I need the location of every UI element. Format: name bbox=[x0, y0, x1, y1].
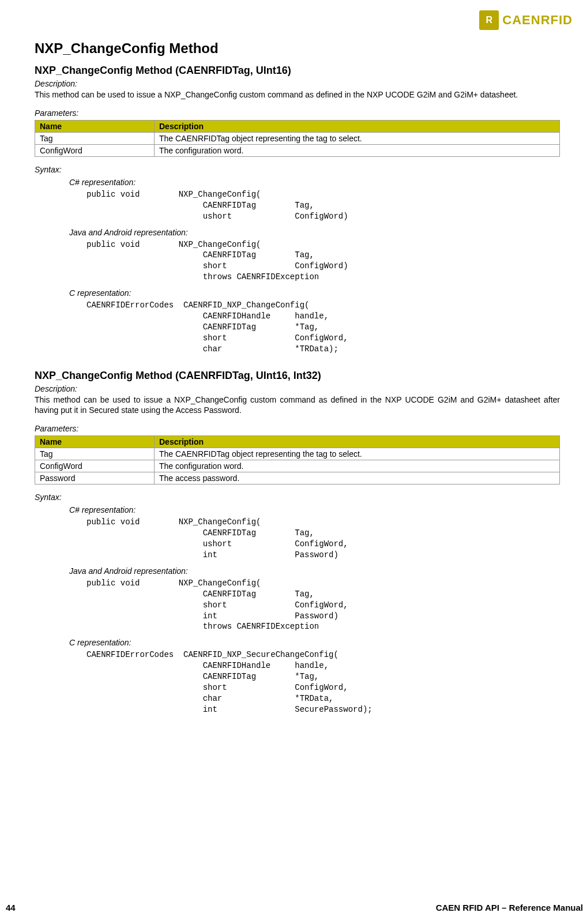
page-footer: 44 CAEN RFID API – Reference Manual bbox=[0, 903, 583, 912]
table-header-row: Name Description bbox=[35, 436, 560, 448]
code-block: CAENRFIDErrorCodes CAENRFID_NXP_SecureCh… bbox=[86, 649, 560, 715]
code-block: public void NXP_ChangeConfig( CAENRFIDTa… bbox=[86, 189, 560, 222]
col-header-name: Name bbox=[35, 436, 155, 448]
col-header-desc: Description bbox=[155, 120, 560, 132]
param-desc: The CAENRFIDTag object representing the … bbox=[155, 448, 560, 460]
table-row: ConfigWord The configuration word. bbox=[35, 460, 560, 472]
table-row: Tag The CAENRFIDTag object representing … bbox=[35, 448, 560, 460]
code-block: public void NXP_ChangeConfig( CAENRFIDTa… bbox=[86, 517, 560, 561]
representation-label: C representation: bbox=[69, 638, 560, 647]
param-desc: The CAENRFIDTag object representing the … bbox=[155, 132, 560, 144]
brand-logo: R CAENRFID bbox=[479, 10, 573, 30]
param-desc: The configuration word. bbox=[155, 460, 560, 472]
representation-label: C representation: bbox=[69, 288, 560, 298]
param-name: ConfigWord bbox=[35, 144, 155, 156]
method-heading: NXP_ChangeConfig Method (CAENRFIDTag, UI… bbox=[35, 370, 560, 382]
parameters-label: Parameters: bbox=[35, 108, 560, 118]
description-label: Description: bbox=[35, 384, 560, 393]
param-desc: The access password. bbox=[155, 472, 560, 484]
param-name: Tag bbox=[35, 132, 155, 144]
param-name: Password bbox=[35, 472, 155, 484]
representation-label: C# representation: bbox=[69, 505, 560, 514]
brand-name: CAENRFID bbox=[502, 13, 573, 28]
col-header-name: Name bbox=[35, 120, 155, 132]
description-text: This method can be used to issue a NXP_C… bbox=[35, 89, 560, 100]
description-text: This method can be used to issue a NXP_C… bbox=[35, 395, 560, 416]
syntax-label: Syntax: bbox=[35, 165, 560, 174]
representation-label: C# representation: bbox=[69, 178, 560, 187]
method-heading: NXP_ChangeConfig Method (CAENRFIDTag, UI… bbox=[35, 65, 560, 77]
table-row: Tag The CAENRFIDTag object representing … bbox=[35, 132, 560, 144]
param-name: Tag bbox=[35, 448, 155, 460]
code-block: public void NXP_ChangeConfig( CAENRFIDTa… bbox=[86, 239, 560, 283]
param-desc: The configuration word. bbox=[155, 144, 560, 156]
table-header-row: Name Description bbox=[35, 120, 560, 132]
page-number: 44 bbox=[0, 903, 16, 912]
syntax-label: Syntax: bbox=[35, 493, 560, 502]
table-row: ConfigWord The configuration word. bbox=[35, 144, 560, 156]
representation-label: Java and Android representation: bbox=[69, 228, 560, 237]
doc-title: CAEN RFID API – Reference Manual bbox=[436, 903, 583, 912]
parameters-label: Parameters: bbox=[35, 424, 560, 433]
brand-mark-icon: R bbox=[479, 10, 499, 30]
representation-label: Java and Android representation: bbox=[69, 566, 560, 576]
code-block: CAENRFIDErrorCodes CAENRFID_NXP_ChangeCo… bbox=[86, 300, 560, 354]
code-block: public void NXP_ChangeConfig( CAENRFIDTa… bbox=[86, 578, 560, 632]
description-label: Description: bbox=[35, 79, 560, 88]
page-title: NXP_ChangeConfig Method bbox=[35, 40, 560, 57]
table-row: Password The access password. bbox=[35, 472, 560, 484]
param-name: ConfigWord bbox=[35, 460, 155, 472]
parameters-table: Name Description Tag The CAENRFIDTag obj… bbox=[35, 120, 560, 157]
col-header-desc: Description bbox=[155, 436, 560, 448]
parameters-table: Name Description Tag The CAENRFIDTag obj… bbox=[35, 435, 560, 484]
